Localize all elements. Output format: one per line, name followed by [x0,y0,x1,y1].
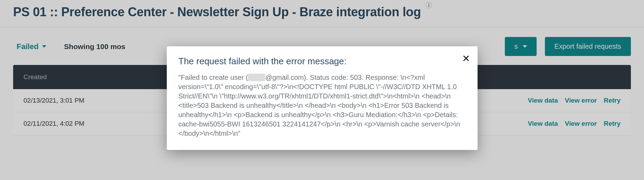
page-title-text: PS 01 :: Preference Center - Newsletter … [13,5,421,19]
status-filter-label: Failed [17,42,39,51]
close-icon[interactable]: ✕ [462,54,470,64]
page-title: PS 01 :: Preference Center - Newsletter … [0,0,644,27]
view-error-link[interactable]: View error [565,97,597,104]
view-data-link[interactable]: View data [528,97,558,104]
retry-link[interactable]: Retry [604,97,621,104]
export-button-label: Export failed requests [555,42,621,50]
view-error-link[interactable]: View error [565,120,597,127]
info-icon[interactable]: i [426,2,432,8]
export-failed-button[interactable]: Export failed requests [545,37,631,56]
caret-down-icon [42,45,46,48]
error-text-prefix: "Failed to create user ( [179,74,248,81]
view-data-link[interactable]: View data [528,120,558,127]
caret-down-icon [523,45,527,48]
error-text-suffix: @gmail.com). Status code: 503. Response:… [179,74,460,137]
modal-title: The request failed with the error messag… [179,56,466,67]
retry-link[interactable]: Retry [604,120,621,127]
error-modal: ✕ The request failed with the error mess… [167,46,478,150]
showing-count-text: Showing 100 mos [64,42,125,51]
redacted-email-local: xxxxx [248,74,265,81]
bulk-action-label: s [515,42,518,50]
status-filter-dropdown[interactable]: Failed [13,40,50,53]
bulk-action-dropdown[interactable]: s [505,37,537,56]
modal-body: "Failed to create user (xxxxx@gmail.com)… [179,73,466,138]
